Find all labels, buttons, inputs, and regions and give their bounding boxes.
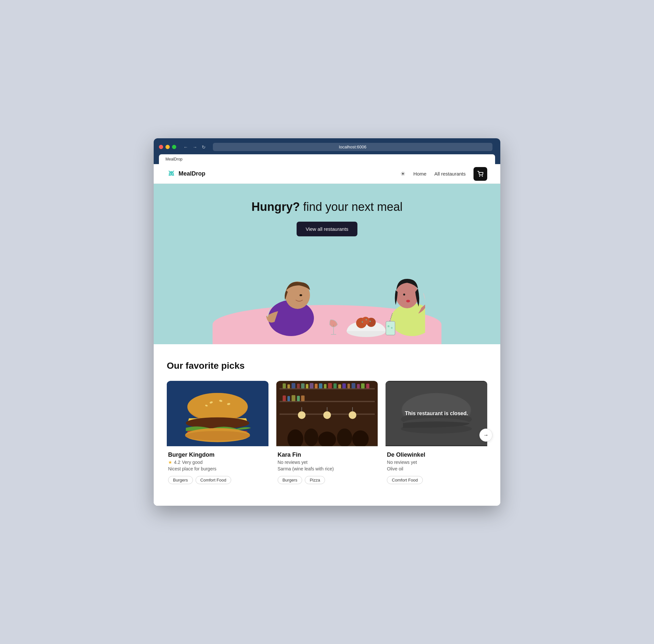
svg-rect-63 — [361, 384, 365, 389]
svg-point-0 — [170, 173, 171, 174]
burger-kingdom-image-wrapper — [167, 381, 268, 446]
svg-point-1 — [172, 173, 173, 174]
traffic-lights — [159, 145, 176, 149]
cart-button[interactable] — [473, 167, 487, 181]
navbar: MealDrop ☀ Home All restaurants — [154, 164, 500, 184]
kara-fin-image — [276, 381, 378, 446]
forward-button[interactable]: → — [191, 144, 199, 151]
svg-rect-66 — [288, 396, 290, 401]
svg-rect-57 — [333, 384, 337, 389]
page-content: MealDrop ☀ Home All restaurants Hungry? … — [154, 164, 500, 506]
svg-point-7 — [482, 176, 483, 177]
kara-fin-rating-label: No reviews yet — [278, 460, 308, 465]
refresh-button[interactable]: ↻ — [200, 144, 207, 151]
brand: MealDrop — [167, 169, 400, 179]
kara-fin-name: Kara Fin — [278, 452, 377, 458]
svg-point-25 — [403, 294, 405, 296]
nav-home-link[interactable]: Home — [413, 171, 426, 177]
browser-nav-buttons: ← → ↻ — [182, 144, 207, 151]
nav-links: ☀ Home All restaurants — [400, 167, 487, 181]
nav-all-restaurants-link[interactable]: All restaurants — [434, 171, 466, 177]
svg-rect-56 — [328, 383, 332, 389]
svg-rect-54 — [319, 384, 322, 389]
svg-rect-48 — [291, 383, 295, 389]
kara-fin-desc: Sarma (wine leafs with rice) — [278, 466, 377, 472]
hero-illustration — [167, 246, 487, 344]
svg-point-79 — [337, 429, 352, 446]
kara-fin-card-body: Kara Fin No reviews yet Sarma (wine leaf… — [276, 446, 378, 489]
burger-illustration — [167, 381, 268, 446]
kara-fin-rating: No reviews yet — [278, 460, 377, 465]
svg-rect-59 — [342, 384, 346, 389]
svg-rect-58 — [338, 385, 341, 389]
picks-section: Our favorite picks — [154, 344, 500, 506]
karafin-illustration — [276, 381, 378, 446]
tag-burgers: Burgers — [168, 476, 193, 484]
svg-rect-53 — [315, 384, 317, 389]
kara-fin-image-wrapper — [276, 381, 378, 446]
picks-section-title: Our favorite picks — [167, 361, 487, 371]
hero-title: Hungry? find your next meal — [167, 200, 487, 214]
svg-point-29 — [387, 325, 389, 327]
restaurant-card-kara-fin[interactable]: Kara Fin No reviews yet Sarma (wine leaf… — [276, 381, 378, 489]
de-oliewinkel-card-body: De Oliewinkel No reviews yet Olive oil C… — [386, 446, 487, 489]
burger-kingdom-tags: Burgers Comfort Food — [168, 476, 267, 484]
de-oliewinkel-desc: Olive oil — [387, 466, 486, 472]
svg-rect-50 — [301, 384, 305, 389]
svg-point-11 — [299, 294, 302, 296]
svg-point-18 — [362, 317, 369, 325]
restaurant-card-de-oliewinkel[interactable]: This restaurant is closed. De Oliewinkel… — [386, 381, 487, 489]
close-traffic-light[interactable] — [159, 145, 163, 149]
svg-point-40 — [185, 431, 250, 440]
url-bar[interactable]: localhost:6006 — [213, 143, 493, 151]
closed-overlay: This restaurant is closed. — [386, 381, 487, 446]
svg-point-20 — [369, 321, 371, 322]
theme-toggle-icon[interactable]: ☀ — [400, 170, 405, 178]
fullscreen-traffic-light[interactable] — [172, 145, 176, 149]
svg-rect-68 — [297, 396, 300, 401]
svg-point-19 — [362, 321, 363, 323]
burger-kingdom-desc: Nicest place for burgers — [168, 466, 267, 472]
view-all-restaurants-button[interactable]: View all restaurants — [297, 222, 358, 236]
burger-kingdom-card-body: Burger Kingdom ★ 4.2 Very good Nicest pl… — [167, 446, 268, 489]
hero-section: Hungry? find your next meal View all res… — [154, 184, 500, 344]
svg-point-70 — [298, 411, 306, 419]
star-icon: ★ — [168, 460, 172, 465]
burger-kingdom-rating: ★ 4.2 Very good — [168, 460, 267, 465]
svg-rect-65 — [283, 395, 286, 401]
svg-rect-69 — [301, 395, 305, 401]
kara-fin-tags: Burgers Pizza — [278, 476, 377, 484]
svg-rect-67 — [291, 395, 295, 401]
de-oliewinkel-rating-label: No reviews yet — [387, 460, 417, 465]
browser-tab[interactable]: MealDrop — [159, 154, 495, 164]
svg-rect-49 — [297, 384, 300, 389]
tag-kf-burgers: Burgers — [278, 476, 302, 484]
svg-point-24 — [406, 300, 410, 302]
burger-kingdom-rating-label: Very good — [182, 460, 202, 465]
next-button[interactable]: → — [479, 429, 493, 442]
svg-rect-47 — [288, 385, 290, 389]
svg-rect-61 — [352, 383, 356, 389]
svg-point-30 — [391, 327, 393, 329]
back-button[interactable]: ← — [182, 144, 189, 151]
browser-window: ← → ↻ localhost:6006 MealDrop — [154, 138, 500, 506]
de-oliewinkel-image-wrapper: This restaurant is closed. — [386, 381, 487, 446]
tag-kf-pizza: Pizza — [305, 476, 325, 484]
svg-point-33 — [187, 393, 248, 420]
de-oliewinkel-rating: No reviews yet — [387, 460, 486, 465]
burger-kingdom-rating-value: 4.2 — [174, 460, 180, 465]
burger-kingdom-name: Burger Kingdom — [168, 452, 267, 458]
svg-rect-52 — [310, 383, 314, 389]
minimize-traffic-light[interactable] — [165, 145, 170, 149]
svg-line-26 — [424, 294, 425, 303]
svg-point-6 — [479, 176, 480, 177]
brand-logo-icon — [167, 169, 176, 179]
restaurant-card-burger-kingdom[interactable]: Burger Kingdom ★ 4.2 Very good Nicest pl… — [167, 381, 268, 489]
browser-chrome: ← → ↻ localhost:6006 MealDrop — [154, 138, 500, 164]
tag-do-comfort: Comfort Food — [387, 476, 423, 484]
restaurant-cards-row: Burger Kingdom ★ 4.2 Very good Nicest pl… — [167, 381, 487, 489]
de-oliewinkel-image: This restaurant is closed. — [386, 381, 487, 446]
tag-comfort-food: Comfort Food — [196, 476, 231, 484]
svg-point-72 — [323, 411, 331, 419]
cart-icon — [477, 171, 483, 177]
